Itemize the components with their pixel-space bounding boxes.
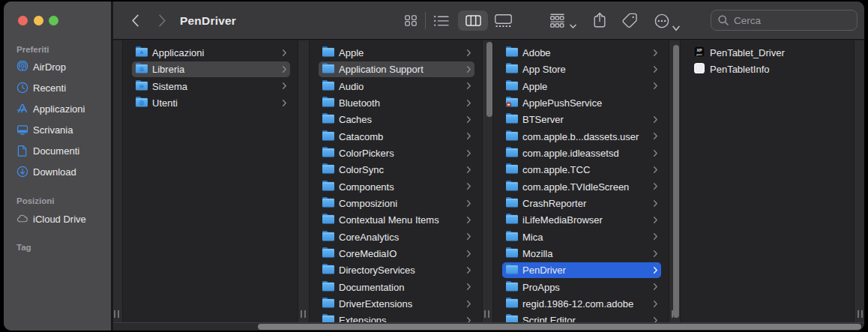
svg-text:pen: pen bbox=[696, 52, 702, 55]
